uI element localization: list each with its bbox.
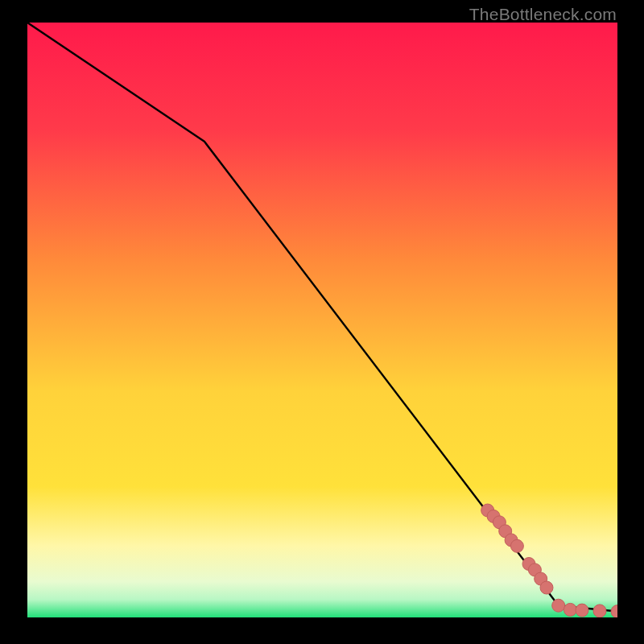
- data-marker: [564, 603, 576, 616]
- data-marker: [611, 605, 617, 617]
- plot-area: [27, 23, 617, 617]
- watermark-text: TheBottleneck.com: [469, 5, 617, 24]
- data-marker: [510, 539, 523, 552]
- data-marker: [593, 605, 606, 617]
- data-marker: [576, 604, 588, 617]
- chart-overlay: [27, 23, 617, 617]
- marker-layer: [481, 504, 617, 617]
- chart-stage: TheBottleneck.com: [0, 0, 644, 644]
- data-marker: [552, 599, 565, 612]
- data-marker: [540, 581, 553, 594]
- main-line: [27, 23, 617, 612]
